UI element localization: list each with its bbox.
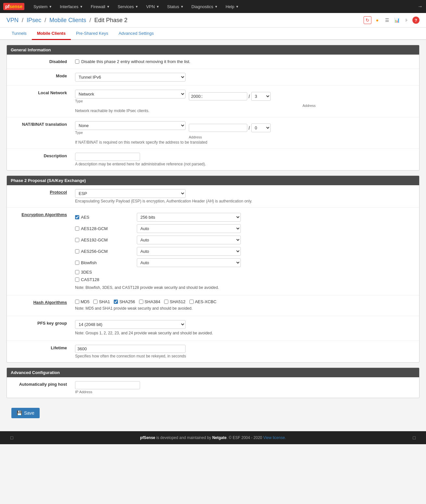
nat-address-sublabel: Address	[189, 135, 416, 139]
nat-type-select[interactable]: None Network Single host	[75, 121, 186, 130]
nat-group: None Network Single host Type / 0	[75, 121, 416, 135]
enc-aes128gcm-row: AES128-GCM Auto 128 bits	[75, 223, 416, 234]
nav-diagnostics[interactable]: Diagnostics ▼	[188, 0, 221, 13]
header-icon-table[interactable]: ⊦	[403, 16, 410, 24]
enc-3des-checkbox[interactable]	[75, 270, 79, 274]
lifetime-label: Lifetime	[7, 343, 72, 352]
hash-md5-checkbox[interactable]	[75, 300, 79, 304]
enc-aes256gcm-label: AES256-GCM	[81, 249, 108, 254]
breadcrumb-sep3: /	[89, 17, 93, 23]
ping-input[interactable]	[75, 381, 140, 389]
hash-sha1-checkbox[interactable]	[93, 300, 97, 304]
footer-icons-row: □ pfSense is developed and maintained by…	[4, 435, 422, 440]
hash-sha384-label: SHA384	[145, 299, 160, 304]
enc-aes128gcm-checkbox[interactable]	[75, 226, 79, 231]
hash-sha1-label: SHA1	[99, 299, 110, 304]
tab-advanced-settings[interactable]: Advanced Settings	[113, 28, 159, 40]
page-title: Edit Phase 2	[94, 17, 127, 23]
nav-system-arrow: ▼	[49, 5, 52, 8]
main-content: General Information Disabled Disable thi…	[0, 40, 426, 428]
disabled-checkbox-label: Disable this phase 2 entry without remov…	[75, 58, 416, 65]
nav-status[interactable]: Status ▼	[164, 0, 187, 13]
hash-sha1: SHA1	[93, 299, 110, 304]
local-network-type-select[interactable]: Network Single host LAN subnet	[75, 90, 186, 98]
breadcrumb: VPN / IPsec / Mobile Clients / Edit Phas…	[6, 17, 127, 24]
enc-aes128gcm-select[interactable]: Auto 128 bits	[137, 224, 241, 233]
pfsense-logo: pfsense	[3, 3, 24, 10]
pfs-control: 14 (2048 bit) off 1 (768 bit) 2 (1024 bi…	[72, 319, 419, 338]
breadcrumb-ipsec[interactable]: IPsec	[27, 17, 41, 23]
protocol-select[interactable]: ESP AH	[75, 189, 186, 198]
enc-aes192gcm-select[interactable]: Auto	[137, 236, 241, 244]
enc-blowfish-checkbox[interactable]	[75, 261, 79, 265]
hash-sha384-checkbox[interactable]	[139, 300, 143, 304]
local-network-address-input[interactable]	[189, 92, 247, 100]
enc-aes256gcm-select[interactable]: Auto	[137, 247, 241, 256]
hash-control: MD5 SHA1 SHA256 SHA384	[72, 298, 419, 313]
header-icon-refresh[interactable]: ↻	[364, 16, 371, 24]
enc-aes192gcm-checkbox-group: AES192-GCM	[75, 238, 134, 242]
header-icon-status[interactable]: ●	[373, 16, 381, 24]
breadcrumb-vpn[interactable]: VPN	[6, 17, 19, 23]
enc-blowfish-checkbox-group: Blowfish	[75, 260, 134, 265]
enc-aes192gcm-checkbox[interactable]	[75, 238, 79, 242]
hash-sha512-label: SHA512	[170, 299, 185, 304]
save-icon: 💾	[17, 410, 22, 416]
tab-pre-shared-keys[interactable]: Pre-Shared Keys	[71, 28, 113, 40]
ping-sublabel: IP Address	[75, 390, 416, 394]
nat-slash-separator: /	[249, 125, 250, 131]
save-area: 💾 Save	[6, 403, 420, 423]
enc-aes-select[interactable]: 256 bits Auto128 bits192 bits	[137, 213, 241, 222]
enc-aes-label: AES	[81, 215, 89, 220]
save-button[interactable]: 💾 Save	[11, 408, 40, 418]
tab-mobile-clients[interactable]: Mobile Clients	[32, 28, 71, 40]
hash-aes-xcbc-checkbox[interactable]	[189, 300, 194, 304]
disabled-checkbox[interactable]	[75, 59, 79, 64]
nav-firewall-arrow: ▼	[107, 5, 110, 8]
nav-interfaces[interactable]: Interfaces ▼	[57, 0, 86, 13]
enc-control: AES 256 bits Auto128 bits192 bits AES128…	[72, 210, 419, 292]
nav-help[interactable]: Help ▼	[222, 0, 242, 13]
enc-blowfish-select[interactable]: Auto	[137, 258, 241, 267]
breadcrumb-mobile-clients[interactable]: Mobile Clients	[49, 17, 86, 23]
protocol-row: Protocol ESP AH Encapsulating Security P…	[7, 185, 419, 208]
nav-interfaces-arrow: ▼	[80, 5, 83, 8]
local-network-prefix-select[interactable]: 3 4816243264128	[251, 92, 271, 101]
hash-sha256-checkbox[interactable]	[114, 300, 118, 304]
nav-services[interactable]: Services ▼	[114, 0, 142, 13]
tab-tunnels[interactable]: Tunnels	[6, 28, 32, 40]
enc-aes256gcm-row: AES256-GCM Auto	[75, 246, 416, 257]
pfs-select[interactable]: 14 (2048 bit) off 1 (768 bit) 2 (1024 bi…	[75, 320, 186, 329]
disabled-control: Disable this phase 2 entry without remov…	[72, 57, 419, 66]
footer-copyright: . © ESF 2004 - 2020	[226, 435, 263, 440]
footer: □ pfSense is developed and maintained by…	[0, 431, 426, 444]
enc-aes-checkbox[interactable]	[75, 215, 79, 219]
phase2-body: Protocol ESP AH Encapsulating Security P…	[7, 185, 419, 362]
mode-select[interactable]: Tunnel IPv6 Tunnel IPv4 Transport Route-…	[75, 73, 186, 82]
description-input[interactable]	[75, 153, 140, 161]
header-icons: ↻ ● ☰ 📊 ⊦ ?	[364, 16, 420, 24]
hash-sha512-checkbox[interactable]	[164, 300, 168, 304]
header-icon-list[interactable]: ☰	[383, 16, 391, 24]
nav-firewall[interactable]: Firewall ▼	[87, 0, 113, 13]
footer-license-link[interactable]: View license.	[263, 435, 286, 440]
phase2-panel: Phase 2 Proposal (SA/Key Exchange) Proto…	[6, 175, 420, 363]
brand-logo[interactable]: pfsense	[3, 3, 26, 10]
disabled-label: Disabled	[7, 57, 72, 66]
lifetime-input[interactable]	[75, 345, 186, 353]
header-icon-chart[interactable]: 📊	[393, 16, 401, 24]
enc-3des-checkbox-group: 3DES	[75, 270, 134, 275]
header-icon-help[interactable]: ?	[412, 17, 420, 24]
enc-cast128-checkbox[interactable]	[75, 278, 79, 282]
nav-vpn[interactable]: VPN ▼	[143, 0, 163, 13]
nav-system[interactable]: System ▼	[30, 0, 55, 13]
protocol-label: Protocol	[7, 188, 72, 197]
footer-left-icon: □	[10, 435, 13, 440]
nat-address-input[interactable]	[189, 124, 247, 132]
enc-blowfish-label: Blowfish	[81, 260, 97, 265]
tabs-bar: Tunnels Mobile Clients Pre-Shared Keys A…	[0, 28, 426, 40]
navbar-right-icon[interactable]: →	[418, 4, 423, 9]
footer-right-icon: □	[413, 435, 416, 440]
enc-aes256gcm-checkbox[interactable]	[75, 249, 79, 253]
nat-prefix-select[interactable]: 0	[251, 123, 271, 132]
